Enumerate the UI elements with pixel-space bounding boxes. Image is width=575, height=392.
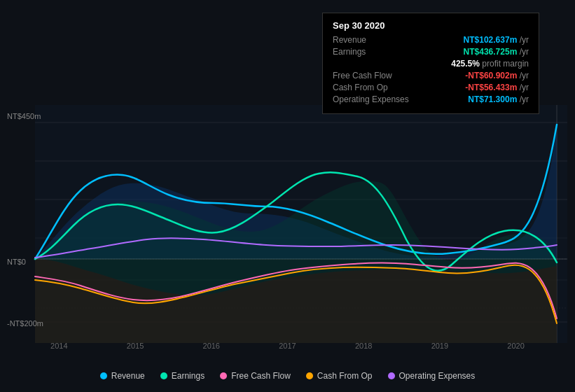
- tooltip-value-fcf: -NT$60.902m /yr: [465, 71, 529, 80]
- tooltip-row-fcf: Free Cash Flow -NT$60.902m /yr: [333, 71, 529, 80]
- tooltip-value-opex: NT$71.300m /yr: [468, 94, 529, 104]
- tooltip-date: Sep 30 2020: [333, 20, 529, 31]
- x-label-2016: 2016: [203, 342, 220, 350]
- legend-dot-earnings: [160, 372, 167, 379]
- legend-label-opex: Operating Expenses: [399, 371, 476, 381]
- tooltip-row-margin: 425.5% profit margin: [333, 59, 529, 69]
- tooltip-row-earnings: Earnings NT$436.725m /yr: [333, 47, 529, 57]
- tooltip-label-fcf: Free Cash Flow: [333, 71, 392, 80]
- x-label-2015: 2015: [127, 342, 144, 350]
- legend-label-revenue: Revenue: [111, 371, 145, 381]
- legend-dot-opex: [388, 372, 395, 379]
- tooltip-value-cfo: -NT$56.433m /yr: [465, 83, 529, 92]
- legend-label-earnings: Earnings: [172, 371, 205, 381]
- tooltip-row-opex: Operating Expenses NT$71.300m /yr: [333, 94, 529, 104]
- x-label-2017: 2017: [279, 342, 296, 350]
- tooltip-value-earnings: NT$436.725m /yr: [464, 47, 529, 57]
- legend-dot-cfo: [306, 372, 313, 379]
- tooltip-label-opex: Operating Expenses: [333, 94, 409, 104]
- x-labels: 2014 2015 2016 2017 2018 2019 2020: [0, 342, 575, 350]
- legend-label-cfo: Cash From Op: [317, 371, 373, 381]
- tooltip-value-margin: 425.5% profit margin: [451, 59, 529, 69]
- legend: Revenue Earnings Free Cash Flow Cash Fro…: [0, 371, 575, 381]
- tooltip-label-earnings: Earnings: [333, 47, 366, 57]
- legend-item-cfo[interactable]: Cash From Op: [306, 371, 373, 381]
- legend-item-revenue[interactable]: Revenue: [100, 371, 145, 381]
- chart-container: NT$450m NT$0 -NT$200m 2014 2015 2016 201…: [0, 0, 575, 392]
- tooltip-row-cfo: Cash From Op -NT$56.433m /yr: [333, 83, 529, 92]
- x-label-2019: 2019: [431, 342, 448, 350]
- tooltip-label-revenue: Revenue: [333, 35, 366, 45]
- y-label-mid: NT$0: [7, 258, 26, 266]
- legend-dot-revenue: [100, 372, 107, 379]
- legend-item-earnings[interactable]: Earnings: [160, 371, 205, 381]
- tooltip-box: Sep 30 2020 Revenue NT$102.637m /yr Earn…: [322, 13, 539, 114]
- tooltip-row-revenue: Revenue NT$102.637m /yr: [333, 35, 529, 45]
- x-label-2018: 2018: [355, 342, 372, 350]
- y-label-top: NT$450m: [7, 112, 41, 120]
- y-label-bot: -NT$200m: [7, 319, 43, 328]
- legend-label-fcf: Free Cash Flow: [231, 371, 291, 381]
- tooltip-label-cfo: Cash From Op: [333, 83, 388, 92]
- tooltip-value-revenue: NT$102.637m /yr: [464, 35, 529, 45]
- legend-item-opex[interactable]: Operating Expenses: [388, 371, 476, 381]
- x-label-2020: 2020: [507, 342, 524, 350]
- legend-item-fcf[interactable]: Free Cash Flow: [220, 371, 291, 381]
- x-label-2014: 2014: [50, 342, 67, 350]
- legend-dot-fcf: [220, 372, 227, 379]
